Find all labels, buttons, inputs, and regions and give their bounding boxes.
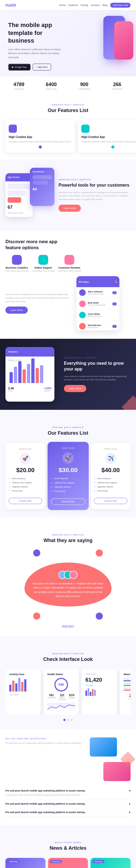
faq-text: Do you have any questions? Pre and post … bbox=[5, 737, 86, 781]
interface-section: Amazing Built Service Check Interface Lo… bbox=[0, 636, 136, 729]
prog-label-2: Marketing 60% bbox=[124, 687, 131, 689]
nav-screens[interactable]: Screens bbox=[91, 4, 100, 6]
price-icon-emoji-gold: 🚀 bbox=[65, 455, 71, 461]
grow-bar-3 bbox=[22, 369, 26, 383]
faq-item-1: Pre and post launch mobile app marketing… bbox=[5, 800, 131, 808]
chat-badge-0: 3 bbox=[112, 291, 117, 294]
testimonial-avatar-bot-0 bbox=[33, 612, 41, 620]
faq-chevron-icon-2: ▸ bbox=[129, 811, 131, 814]
stat-ratings-label: 5 Star Ratings bbox=[78, 88, 90, 90]
nav-pricing[interactable]: Pricing bbox=[81, 4, 88, 6]
prog-item-2: Marketing 60% bbox=[124, 687, 131, 691]
price-feat-gold-1: Lifetime free support bbox=[51, 481, 85, 485]
health-stat-val-2: 61% bbox=[69, 694, 75, 697]
price-feat-prime-1: Lifetime free support bbox=[94, 480, 127, 485]
price-feat-gold-0: Extra features bbox=[51, 476, 85, 480]
prog-label-name-2: Marketing bbox=[124, 687, 131, 689]
testimonial-bottom-avatars bbox=[5, 612, 131, 620]
powerful-title: Powerful tools for your customers bbox=[58, 183, 131, 188]
price-amount-base: $20.00 bbox=[9, 467, 42, 474]
discover-feature-desc-2: Lorem ipsum dolor sit amet bbox=[58, 270, 81, 272]
activity-title: Activity Fees bbox=[9, 673, 37, 676]
testimonials-header: Amazing Built Service What they are sayi… bbox=[5, 525, 131, 546]
health-stat-lbl-0: Heartbeat bbox=[47, 697, 56, 699]
nav-home[interactable]: Home bbox=[59, 4, 65, 6]
chat-msg-3: Files shared bbox=[88, 327, 110, 329]
price-icon-emoji-prime: ✈️ bbox=[108, 456, 114, 461]
price-feat-base-0: Extra features bbox=[9, 476, 42, 480]
testimonial-quote: Duis aute irure dolor in reprehenderit i… bbox=[31, 582, 105, 598]
activity-card: Activity Fees This Week bbox=[5, 669, 41, 715]
nav-features[interactable]: Features bbox=[68, 4, 78, 6]
price-label-base: BASE PLAN bbox=[9, 448, 42, 450]
powerful-learn-more-button[interactable]: Learn More bbox=[58, 205, 81, 212]
activity-period: This Week bbox=[9, 694, 37, 695]
price-amount-gold: $30.00 bbox=[51, 466, 85, 474]
prog-bar-fill-1 bbox=[124, 685, 131, 686]
grow-chart: Monthly Growth 2.4kUsers +18%Growth bbox=[5, 356, 54, 395]
testimonial-avatar-inline-2 bbox=[70, 571, 78, 579]
chat-row-2: Carol White Meeting at 3pm? bbox=[77, 310, 120, 321]
chat-msg-0: Hey! How are you? bbox=[88, 293, 110, 295]
nav-links: Home Features Pricing Screens Blog Get F… bbox=[59, 3, 131, 8]
prog-item-1: Development 85% bbox=[124, 682, 131, 686]
discover-screen-title: Messages bbox=[79, 281, 89, 283]
news-section: Blog Latest News News & Articles Marketi… bbox=[0, 825, 136, 868]
grow-stat-1: 2.4kUsers bbox=[8, 386, 14, 392]
android-store-button[interactable]: ▶ Google Play bbox=[8, 64, 31, 70]
chat-info-1: Bob Smith Project update ready bbox=[88, 302, 110, 306]
price-choose-base-button[interactable]: Choose Plan bbox=[9, 498, 42, 504]
hero-section: The mobile app template for business rux… bbox=[0, 10, 136, 76]
health-stat-val-1: 121 bbox=[56, 694, 69, 697]
prog-bar-fill-2 bbox=[124, 690, 131, 691]
discover-phone-ui: Messages ✏️ Alice Johnson Hey! How are y… bbox=[76, 276, 131, 331]
grow-learn-more-button[interactable]: Learn More bbox=[64, 385, 86, 392]
stat-downloads-label: Downloads bbox=[13, 88, 25, 90]
discover-learn-more-button[interactable]: Learn More bbox=[5, 307, 28, 314]
pricing-section: Pricing Built Service Our Features List … bbox=[0, 410, 136, 517]
faq-question-0[interactable]: Pre and post launch mobile app marketing… bbox=[5, 789, 131, 792]
chat-msg-2: Meeting at 3pm? bbox=[88, 315, 117, 317]
discover-features: Business Analytics Lorem ipsum dolor sit… bbox=[5, 255, 131, 272]
ios-store-button[interactable]:  App Store bbox=[33, 64, 51, 70]
interface-cards: Activity Fees This Week Health Status 54… bbox=[5, 669, 131, 715]
discover-feature-1: Online Support Lorem ipsum dolor sit ame… bbox=[32, 255, 54, 272]
news-badge-2: Marketing bbox=[93, 860, 104, 863]
price-choose-gold-button[interactable]: Choose Plan bbox=[51, 499, 85, 505]
stat-users: 6400 Active Users bbox=[46, 82, 57, 90]
discover-feature-0: Business Analytics Lorem ipsum dolor sit… bbox=[5, 255, 28, 272]
interface-dots bbox=[5, 719, 131, 721]
features-tag: Amazing Built Service bbox=[5, 103, 131, 106]
activity-bars bbox=[9, 678, 37, 691]
health-stat-val-0: 541 bbox=[47, 694, 56, 697]
grow-text: Amazing Built Service Everything you nee… bbox=[64, 356, 131, 392]
grow-bar-1 bbox=[14, 367, 17, 383]
testimonial-read-story-link[interactable]: Read Story bbox=[62, 625, 74, 627]
stat-awards-num: 266 bbox=[112, 82, 122, 87]
faq-question-1[interactable]: Pre and post launch mobile app marketing… bbox=[5, 802, 131, 805]
chat-info-2: Carol White Meeting at 3pm? bbox=[88, 313, 117, 317]
chat-row-3: David Brown Files shared 2 bbox=[77, 321, 120, 331]
feature-desc-1: Phasellus molestie mattis nulla non tinc… bbox=[81, 140, 136, 144]
health-stats: 541 Heartbeat 121 Blood Pressure 61% Oxy… bbox=[47, 694, 75, 701]
faq-chevron-icon-0: ▾ bbox=[129, 789, 131, 792]
android-icon: ▶ bbox=[12, 66, 13, 68]
discover-feature-desc-0: Lorem ipsum dolor sit amet bbox=[5, 270, 28, 272]
prog-label-name-0: Design bbox=[124, 678, 130, 680]
price-feat-gold-3: Full access bbox=[51, 489, 85, 493]
features-grid: High Creative App Phasellus molestie mat… bbox=[0, 116, 136, 160]
price-choose-prime-button[interactable]: Choose Plan bbox=[94, 498, 127, 504]
faq-question-text-2: Pre and post launch mobile app marketing… bbox=[5, 811, 86, 814]
nav-blog[interactable]: Blog bbox=[102, 4, 107, 6]
chat-name-0: Alice Johnson bbox=[88, 290, 110, 293]
faq-question-2[interactable]: Pre and post launch mobile app marketing… bbox=[5, 811, 131, 814]
stat-ratings: 900 5 Star Ratings bbox=[78, 82, 90, 90]
news-title: News & Articles bbox=[11, 845, 125, 851]
price-feat-gold-2: Upgrade options bbox=[51, 485, 85, 489]
discover-screen-icon: ✏️ bbox=[115, 281, 117, 283]
discover-feature-desc-1: Lorem ipsum dolor sit amet bbox=[32, 270, 54, 272]
price-icon-gold: 🚀 bbox=[62, 453, 74, 464]
testimonial-inline-avatars bbox=[31, 571, 105, 579]
nav-cta-button[interactable]: Get Free Trail bbox=[110, 3, 131, 8]
health-chart-svg bbox=[47, 703, 75, 711]
